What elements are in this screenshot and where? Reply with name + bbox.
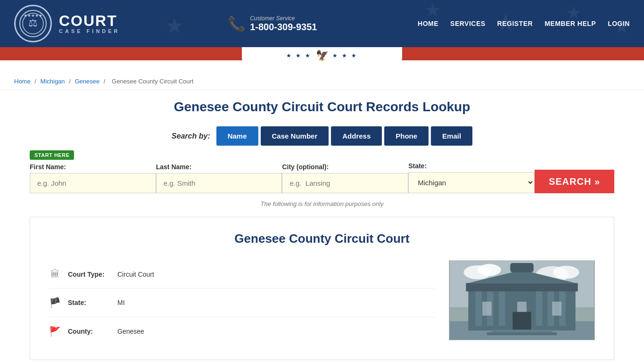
county-label: County: — [68, 328, 110, 335]
phone-icon: 📞 — [228, 16, 245, 32]
logo-court-text: COURT — [59, 13, 117, 28]
banner-arc: ★ ★ ★ 🦅 ★ ★ ★ — [0, 47, 644, 73]
svg-rect-32 — [492, 329, 552, 332]
form-fields: First Name: Last Name: City (optional): … — [30, 162, 614, 193]
state-value: MI — [117, 299, 125, 306]
search-by-label: Search by: — [172, 132, 210, 140]
city-input[interactable] — [282, 173, 408, 193]
eagle-icon: 🦅 — [316, 49, 329, 62]
breadcrumb-home[interactable]: Home — [14, 78, 31, 85]
svg-rect-27 — [510, 263, 533, 272]
breadcrumb-michigan[interactable]: Michigan — [41, 78, 65, 85]
county-icon: 🚩 — [49, 326, 61, 337]
court-type-icon: 🏛 — [49, 269, 61, 280]
tab-case-number[interactable]: Case Number — [261, 126, 329, 146]
tab-phone[interactable]: Phone — [384, 126, 429, 146]
last-name-label: Last Name: — [156, 163, 282, 171]
customer-service: 📞 Customer Service 1-800-309-9351 — [228, 15, 317, 33]
cs-number: 1-800-309-9351 — [250, 22, 317, 33]
svg-rect-21 — [499, 291, 505, 326]
search-form-container: START HERE First Name: Last Name: City (… — [30, 150, 614, 193]
start-here-badge: START HERE — [30, 150, 74, 160]
city-field: City (optional): — [282, 163, 408, 193]
main-nav: HOME SERVICES REGISTER MEMBER HELP LOGIN — [418, 20, 630, 27]
state-select[interactable]: Michigan Alabama Alaska Arizona Californ… — [408, 172, 535, 193]
court-info-body: 🏛 Court Type: Circuit Court 🏴 State: MI … — [49, 260, 595, 346]
state-field: State: Michigan Alabama Alaska Arizona C… — [408, 162, 535, 193]
court-info-title: Genesee County Circuit Court — [49, 231, 595, 246]
nav-member-help[interactable]: MEMBER HELP — [545, 20, 596, 27]
main-content: Genesee County Circuit Court Records Loo… — [16, 90, 628, 362]
breadcrumb-genesee[interactable]: Genesee — [74, 78, 99, 85]
svg-rect-30 — [552, 302, 561, 316]
nav-home[interactable]: HOME — [418, 20, 438, 27]
svg-rect-33 — [487, 332, 557, 335]
svg-rect-31 — [512, 312, 531, 331]
court-type-label: Court Type: — [68, 271, 110, 278]
eagle-stars-left: ★ ★ ★ — [286, 52, 312, 59]
logo[interactable]: ⚖ ★★★★★ COURT CASE FINDER — [14, 5, 127, 42]
eagle-stars-right: ★ ★ ★ — [332, 52, 358, 59]
page-title: Genesee County Circuit Court Records Loo… — [30, 99, 614, 115]
svg-point-14 — [478, 264, 501, 276]
svg-text:★: ★ — [424, 0, 441, 20]
svg-text:★★★★★: ★★★★★ — [24, 13, 42, 18]
city-label: City (optional): — [282, 163, 408, 171]
logo-casefinder-text: CASE FINDER — [59, 28, 120, 34]
svg-point-16 — [553, 266, 579, 279]
court-info-left: 🏛 Court Type: Circuit Court 🏴 State: MI … — [49, 260, 435, 346]
first-name-input[interactable] — [30, 173, 156, 193]
svg-rect-22 — [536, 291, 543, 326]
state-label: State: — [408, 162, 535, 170]
tab-address[interactable]: Address — [331, 126, 382, 146]
last-name-field: Last Name: — [156, 163, 282, 193]
court-type-row: 🏛 Court Type: Circuit Court — [49, 260, 435, 288]
state-row: 🏴 State: MI — [49, 288, 435, 317]
breadcrumb-sep-2: / — [69, 78, 72, 85]
logo-emblem: ⚖ ★★★★★ — [14, 5, 52, 42]
last-name-input[interactable] — [156, 173, 282, 193]
svg-rect-19 — [475, 291, 482, 326]
info-note: The following is for information purpose… — [30, 200, 614, 207]
state-label-info: State: — [68, 299, 110, 306]
breadcrumb-sep-3: / — [104, 78, 107, 85]
county-row: 🚩 County: Genesee — [49, 317, 435, 346]
breadcrumb: Home / Michigan / Genesee / Genesee Coun… — [0, 73, 644, 90]
county-value: Genesee — [117, 328, 144, 335]
court-type-value: Circuit Court — [117, 271, 154, 278]
first-name-field: First Name: — [30, 163, 156, 193]
breadcrumb-sep-1: / — [34, 78, 38, 85]
tab-name[interactable]: Name — [216, 126, 258, 146]
first-name-label: First Name: — [30, 163, 156, 171]
cs-label: Customer Service — [250, 15, 317, 22]
tab-email[interactable]: Email — [431, 126, 472, 146]
svg-rect-25 — [466, 283, 578, 291]
nav-login[interactable]: LOGIN — [608, 20, 630, 27]
search-by-row: Search by: Name Case Number Address Phon… — [30, 126, 614, 146]
svg-text:⚖: ⚖ — [28, 17, 38, 29]
svg-text:★: ★ — [165, 14, 184, 38]
state-icon: 🏴 — [49, 297, 61, 308]
site-header: ★ ★ ★ ★ ★ ★ ★ ⚖ ★★★★★ COURT CASE FINDER … — [0, 0, 644, 47]
nav-register[interactable]: REGISTER — [497, 20, 533, 27]
court-image — [449, 260, 595, 340]
search-button[interactable]: SEARCH » — [535, 170, 614, 193]
nav-services[interactable]: SERVICES — [450, 20, 486, 27]
court-info-section: Genesee County Circuit Court 🏛 Court Typ… — [30, 217, 614, 360]
breadcrumb-current: Genesee County Circuit Court — [112, 78, 193, 85]
svg-rect-28 — [482, 302, 492, 316]
